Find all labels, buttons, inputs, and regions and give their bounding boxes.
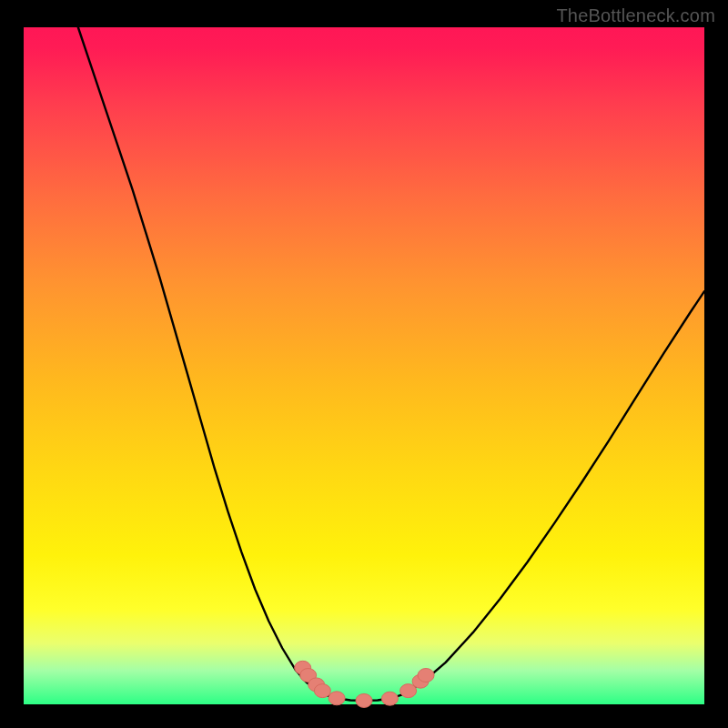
chart-plot-area xyxy=(24,27,704,704)
bottleneck-curve xyxy=(78,27,704,701)
marker-trough-left xyxy=(329,692,345,705)
chart-svg xyxy=(24,27,704,704)
chart-frame: TheBottleneck.com xyxy=(0,0,728,728)
marker-right-cluster-upper-top xyxy=(418,669,434,682)
marker-trough-right xyxy=(381,692,398,705)
watermark-text: TheBottleneck.com xyxy=(556,5,715,26)
marker-trough-mid xyxy=(356,693,372,707)
marker-left-cluster-lower-bottom xyxy=(314,684,330,698)
